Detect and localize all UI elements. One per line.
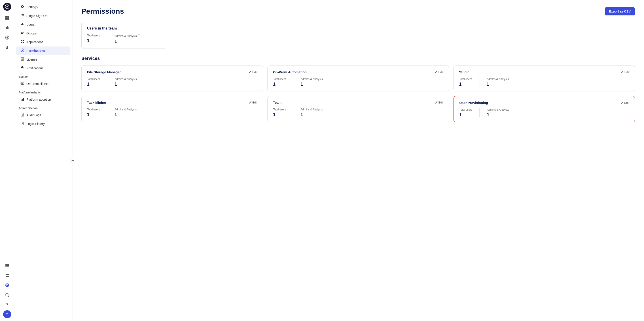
svg-rect-40 [23,98,24,100]
total-users-stat: Total users 1 [87,34,100,44]
service-name-user-provisioning: User Provisioning [459,101,488,104]
admins-analysts-label: Admins & Analysts ⓘ [114,34,140,38]
permissions-icon [20,48,24,53]
sidebar-item-sso[interactable]: Single Sign-On [16,12,70,20]
page-header: Permissions Export as CSV [82,7,635,16]
svg-point-13 [7,37,8,38]
grid-icon[interactable] [3,14,12,22]
svg-rect-50 [72,160,74,161]
help-icon[interactable]: ? [3,300,12,310]
export-csv-button[interactable]: Export as CSV [605,8,635,16]
service-admins-value-task-mining: 1 [114,112,137,117]
more-icon[interactable]: ··· [3,53,12,62]
svg-rect-28 [21,42,22,43]
avatar[interactable]: T [3,310,11,318]
service-total-users-label-user-provisioning: Total users [459,108,472,111]
service-stats-task-mining: Total users 1 Admins & Analysts 1 [87,108,258,117]
edit-button-user-provisioning[interactable]: Edit [620,101,629,104]
svg-rect-17 [6,274,7,275]
svg-rect-32 [21,58,24,60]
service-admins-on-prem-automation: Admins & Analysts 1 [300,78,323,87]
service-name-on-prem-automation: On-Prem Automation [273,70,306,74]
sidebar-item-applications[interactable]: Applications [16,38,70,46]
sidebar-item-settings-label: Settings [26,5,38,9]
service-total-users-label-team: Total users [273,108,286,111]
sidebar-item-login-history[interactable]: Login History [16,120,70,128]
svg-rect-26 [21,40,22,41]
export-icon[interactable] [3,271,12,280]
icon-rail: ··· ? T [0,0,14,321]
sidebar-item-sso-label: Single Sign-On [26,14,48,18]
service-admins-user-provisioning: Admins & Analysts 1 [487,108,509,117]
service-admins-label-file-storage: Admins & Analysts [114,78,137,81]
svg-rect-14 [5,264,9,265]
edit-button-studio[interactable]: Edit [621,70,630,74]
service-stats-file-storage: Total users 1 Admins & Analysts 1 [87,78,258,87]
search-icon[interactable] [3,290,12,300]
sidebar: Settings Single Sign-On Users [14,0,72,321]
sidebar-item-license[interactable]: License [16,55,70,64]
applications-icon [20,40,24,44]
svg-point-31 [22,50,23,51]
admin-section-label: Admin Section [14,104,72,111]
svg-rect-1 [5,16,7,18]
service-name-studio: Studio [459,70,470,74]
service-stat-divider-user-provisioning [480,108,480,117]
service-total-users-on-prem-automation: Total users 1 [273,78,286,87]
service-admins-value-on-prem-automation: 1 [300,82,323,87]
edit-button-file-storage[interactable]: Edit [249,70,258,74]
robot-icon[interactable] [3,23,12,32]
svg-point-6 [6,28,7,28]
svg-line-22 [8,296,9,297]
svg-rect-20 [8,276,9,277]
sidebar-item-settings[interactable]: Settings [16,3,70,12]
service-stat-divider-studio [479,78,480,87]
service-admins-label-team: Admins & Analysts [300,108,323,111]
service-total-users-task-mining: Total users 1 [87,108,100,117]
settings-icon [20,5,24,10]
service-admins-label-user-provisioning: Admins & Analysts [487,108,509,111]
list-icon[interactable] [3,261,12,270]
system-section-label: System [14,73,72,79]
service-name-team: Team [273,100,282,104]
svg-point-7 [8,28,8,28]
service-total-users-file-storage: Total users 1 [87,78,100,87]
sidebar-item-users[interactable]: Users [16,20,70,29]
info-icon[interactable]: ⓘ [138,34,140,38]
edit-button-on-prem-automation[interactable]: Edit [435,70,444,74]
sidebar-item-audit-logs[interactable]: Audit Logs [16,111,70,119]
user-icon [20,22,24,27]
page-title: Permissions [82,7,124,16]
svg-rect-34 [22,59,23,60]
sidebar-item-users-label: Users [26,23,35,26]
sidebar-item-notifications-label: Notifications [26,66,44,70]
stat-divider [107,34,107,44]
hand-icon[interactable] [3,43,12,52]
service-card-on-prem-automation: On-Prem Automation Edit Total users 1 Ad… [268,66,449,92]
admin-settings-icon[interactable] [3,281,12,290]
app-logo[interactable] [3,3,11,11]
service-total-users-value-studio: 1 [459,82,472,87]
svg-point-21 [6,294,8,296]
service-admins-value-user-provisioning: 1 [487,112,509,117]
chart-icon [20,97,24,102]
service-total-users-value-file-storage: 1 [87,82,100,87]
edit-button-task-mining[interactable]: Edit [249,101,258,104]
target-icon[interactable] [3,33,12,42]
history-icon [20,122,24,126]
svg-point-24 [22,32,22,33]
svg-rect-33 [22,58,23,59]
sidebar-collapse-button[interactable] [70,158,75,163]
sidebar-item-onprem[interactable]: On-prem clients [16,80,70,88]
service-card-user-provisioning: User Provisioning Edit Total users 1 Adm… [454,96,635,122]
service-total-users-value-on-prem-automation: 1 [273,82,286,87]
service-total-users-team: Total users 1 [273,108,286,117]
service-total-users-label-file-storage: Total users [87,78,100,81]
users-team-stats: Total users 1 Admins & Analysts ⓘ 1 [87,34,161,44]
edit-button-team[interactable]: Edit [435,101,444,104]
service-total-users-studio: Total users 1 [459,78,472,87]
sidebar-item-permissions[interactable]: Permissions [16,46,70,55]
sidebar-item-platform-adoption[interactable]: Platform adoption [16,95,70,104]
sidebar-item-notifications[interactable]: Notifications [16,64,70,72]
sidebar-item-groups[interactable]: Groups [16,29,70,38]
